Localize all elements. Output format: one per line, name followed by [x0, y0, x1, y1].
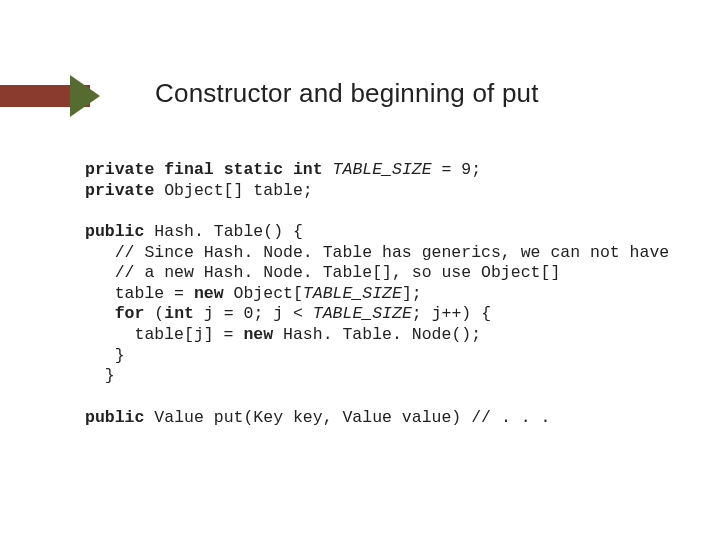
text-assign3: ];	[402, 284, 422, 303]
ribbon-chevron	[70, 75, 100, 117]
const-table-size: TABLE_SIZE	[333, 160, 432, 179]
text-eq9: = 9;	[432, 160, 482, 179]
blank-line-2	[85, 387, 702, 408]
kw-private-2: private	[85, 181, 154, 200]
blank-line-1	[85, 201, 702, 222]
kw-static: static	[224, 160, 283, 179]
text-objarr: Object[] table;	[154, 181, 312, 200]
const-table-size-2: TABLE_SIZE	[303, 284, 402, 303]
text-comment1: // Since Hash. Node. Table has generics,…	[85, 243, 669, 262]
text-assign2: Object[	[224, 284, 303, 303]
kw-private: private	[85, 160, 154, 179]
text-assign1: table =	[85, 284, 194, 303]
text-inner1: table[j] =	[85, 325, 243, 344]
text-for1: (	[144, 304, 164, 323]
kw-int: int	[293, 160, 323, 179]
text-close-ctor: }	[85, 366, 115, 385]
text-inner2: Hash. Table. Node();	[273, 325, 481, 344]
kw-for: for	[115, 304, 145, 323]
kw-public: public	[85, 222, 144, 241]
slide-title: Constructor and beginning of put	[155, 78, 539, 109]
kw-final: final	[164, 160, 214, 179]
const-table-size-3: TABLE_SIZE	[313, 304, 412, 323]
code-block: private final static int TABLE_SIZE = 9;…	[85, 160, 702, 428]
kw-new-2: new	[243, 325, 273, 344]
text-put-sig: Value put(Key key, Value value) // . . .	[144, 408, 550, 427]
kw-new: new	[194, 284, 224, 303]
arrow-ribbon	[0, 75, 105, 117]
text-close-inner: }	[85, 346, 125, 365]
text-for2: j = 0; j <	[194, 304, 313, 323]
kw-public-2: public	[85, 408, 144, 427]
text-for3: ; j++) {	[412, 304, 491, 323]
text-comment2: // a new Hash. Node. Table[], so use Obj…	[85, 263, 560, 282]
kw-int-2: int	[164, 304, 194, 323]
text-ctor-sig: Hash. Table() {	[144, 222, 302, 241]
